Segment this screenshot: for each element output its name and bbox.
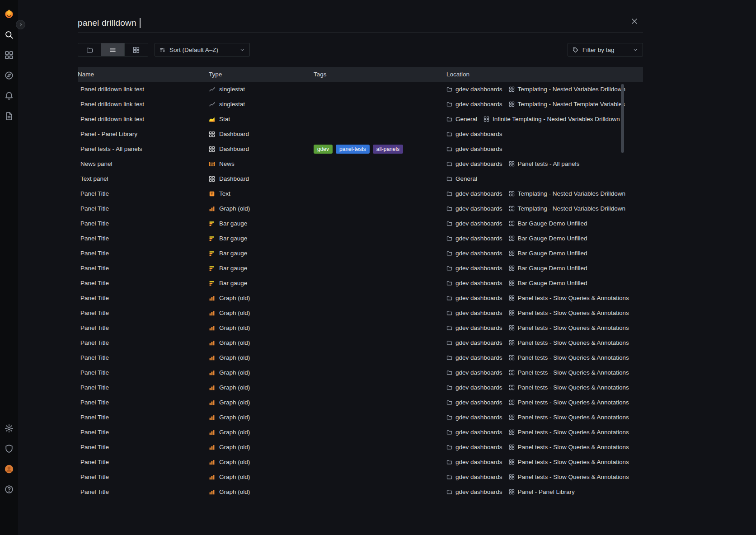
table-row[interactable]: Panel Title Graph (old) gdev dashboardsP… [78,410,643,425]
result-name[interactable]: Panel Title [78,474,209,480]
location-folder[interactable]: gdev dashboards [446,205,502,212]
location-dashboard[interactable]: Panel tests - Slow Queries & Annotations [509,459,629,465]
search-input[interactable]: panel drilldown [78,18,141,28]
location-dashboard[interactable]: Panel tests - Slow Queries & Annotations [509,474,629,480]
location-folder[interactable]: gdev dashboards [446,220,502,227]
location-dashboard[interactable]: Bar Gauge Demo Unfilled [509,265,587,272]
table-row[interactable]: Panel Title Graph (old) gdev dashboardsP… [78,425,643,440]
table-row[interactable]: Panel Title Graph (old) gdev dashboardsP… [78,335,643,350]
table-row[interactable]: Panel Title Graph (old) gdev dashboardsP… [78,380,643,395]
location-dashboard[interactable]: Templating - Nested Variables Drilldown [509,190,625,197]
folder-view-button[interactable] [78,43,101,56]
location-dashboard[interactable]: Panel tests - Slow Queries & Annotations [509,339,629,346]
table-row[interactable]: News panel News gdev dashboardsPanel tes… [78,156,643,171]
sidebar-item-avatar[interactable] [4,464,14,474]
table-row[interactable]: Panel Title Graph (old) gdev dashboardsT… [78,201,643,216]
grid-view-button[interactable] [125,43,148,56]
sidebar-item-settings[interactable] [4,423,14,434]
table-row[interactable]: Panel drilldown link test singlestat gde… [78,97,643,112]
location-folder[interactable]: General [446,175,477,182]
location-folder[interactable]: gdev dashboards [446,339,502,346]
location-folder[interactable]: gdev dashboards [446,86,502,93]
location-dashboard[interactable]: Bar Gauge Demo Unfilled [509,235,587,242]
location-folder[interactable]: gdev dashboards [446,235,502,242]
table-row[interactable]: Panel Title Bar gauge gdev dashboardsBar… [78,216,643,231]
list-view-button[interactable] [101,43,125,56]
table-row[interactable]: Panel Title Graph (old) gdev dashboardsP… [78,395,643,410]
location-folder[interactable]: gdev dashboards [446,101,502,108]
table-row[interactable]: Panel Title Graph (old) gdev dashboardsP… [78,350,643,365]
tag-gdev[interactable]: gdev [314,145,333,154]
scrollbar-thumb[interactable] [621,84,624,153]
location-folder[interactable]: gdev dashboards [446,354,502,361]
location-folder[interactable]: gdev dashboards [446,131,502,137]
location-folder[interactable]: gdev dashboards [446,250,502,257]
location-folder[interactable]: gdev dashboards [446,488,502,495]
table-row[interactable]: Panel Title Text gdev dashboardsTemplati… [78,186,643,201]
result-name[interactable]: Panel Title [78,444,209,451]
location-dashboard[interactable]: Panel tests - Slow Queries & Annotations [509,324,629,331]
location-folder[interactable]: gdev dashboards [446,280,502,286]
location-dashboard[interactable]: Panel tests - All panels [509,160,580,167]
result-name[interactable]: Panel Title [78,414,209,421]
result-name[interactable]: Panel Title [78,190,209,197]
location-dashboard[interactable]: Templating - Nested Template Variables [509,101,625,108]
result-name[interactable]: Panel Title [78,354,209,361]
location-folder[interactable]: gdev dashboards [446,384,502,391]
location-folder[interactable]: gdev dashboards [446,369,502,376]
table-row[interactable]: Panel Title Graph (old) gdev dashboardsP… [78,305,643,320]
result-name[interactable]: Panel drilldown link test [78,101,209,108]
table-row[interactable]: Panel Title Bar gauge gdev dashboardsBar… [78,231,643,246]
location-folder[interactable]: gdev dashboards [446,265,502,272]
result-name[interactable]: Panel Title [78,205,209,212]
result-name[interactable]: Panel Title [78,429,209,436]
result-name[interactable]: Panel Title [78,235,209,242]
result-name[interactable]: Panel - Panel Library [78,131,209,137]
location-folder[interactable]: gdev dashboards [446,459,502,465]
result-name[interactable]: Panel Title [78,220,209,227]
location-folder[interactable]: gdev dashboards [446,160,502,167]
sidebar-item-alerting[interactable] [4,90,14,101]
table-row[interactable]: Panel Title Graph (old) gdev dashboardsP… [78,440,643,455]
close-search-button[interactable] [629,16,639,26]
result-name[interactable]: Panel Title [78,488,209,495]
location-folder[interactable]: gdev dashboards [446,295,502,301]
tag-all-panels[interactable]: all-panels [373,145,403,154]
location-folder[interactable]: gdev dashboards [446,324,502,331]
sidebar-item-shield[interactable] [4,443,14,454]
result-name[interactable]: Panel drilldown link test [78,86,209,93]
result-name[interactable]: Panel Title [78,384,209,391]
location-dashboard[interactable]: Panel tests - Slow Queries & Annotations [509,429,629,436]
result-name[interactable]: Panel tests - All panels [78,145,209,152]
location-dashboard[interactable]: Panel tests - Slow Queries & Annotations [509,295,629,301]
table-row[interactable]: Panel Title Bar gauge gdev dashboardsBar… [78,276,643,291]
location-folder[interactable]: gdev dashboards [446,190,502,197]
table-row[interactable]: Text panel Dashboard General [78,171,643,186]
result-name[interactable]: News panel [78,160,209,167]
location-dashboard[interactable]: Panel tests - Slow Queries & Annotations [509,414,629,421]
sidebar-item-search[interactable] [4,29,14,40]
result-name[interactable]: Panel Title [78,280,209,286]
result-name[interactable]: Panel Title [78,295,209,301]
table-row[interactable]: Panel Title Graph (old) gdev dashboardsP… [78,320,643,335]
location-dashboard[interactable]: Panel tests - Slow Queries & Annotations [509,384,629,391]
sidebar-item-apps[interactable] [4,50,14,61]
location-dashboard[interactable]: Panel tests - Slow Queries & Annotations [509,369,629,376]
table-row[interactable]: Panel Title Graph (old) gdev dashboardsP… [78,484,643,499]
location-dashboard[interactable]: Panel tests - Slow Queries & Annotations [509,444,629,451]
result-name[interactable]: Panel Title [78,324,209,331]
sidebar-item-document[interactable] [4,111,14,122]
location-folder[interactable]: gdev dashboards [446,444,502,451]
sort-dropdown[interactable]: Sort (Default A–Z) [155,43,250,56]
result-name[interactable]: Panel Title [78,399,209,406]
result-name[interactable]: Panel Title [78,459,209,465]
location-dashboard[interactable]: Panel - Panel Library [509,488,575,495]
table-row[interactable]: Panel Title Bar gauge gdev dashboardsBar… [78,261,643,276]
location-folder[interactable]: gdev dashboards [446,429,502,436]
location-dashboard[interactable]: Templating - Nested Variables Drilldown [509,86,625,93]
result-name[interactable]: Text panel [78,175,209,182]
table-row[interactable]: Panel drilldown link test Stat GeneralIn… [78,112,643,127]
result-name[interactable]: Panel Title [78,310,209,316]
result-name[interactable]: Panel Title [78,265,209,272]
location-dashboard[interactable]: Bar Gauge Demo Unfilled [509,250,587,257]
